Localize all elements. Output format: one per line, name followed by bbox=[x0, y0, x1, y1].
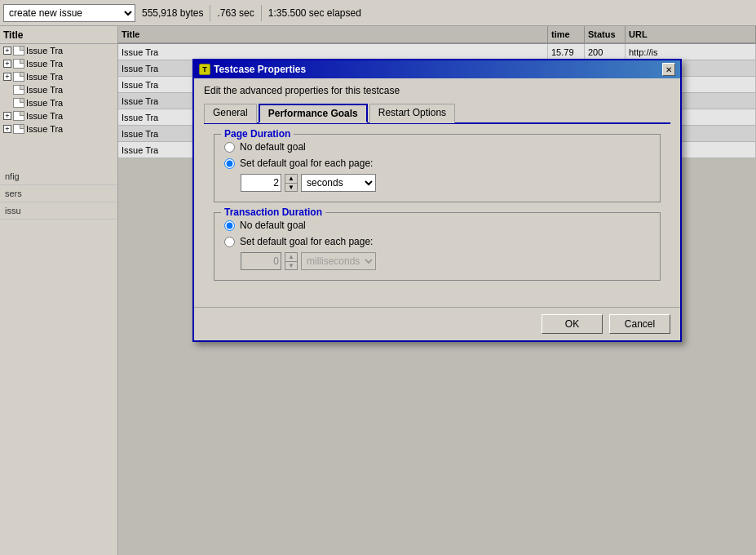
page-duration-no-default-radio[interactable] bbox=[224, 142, 235, 153]
toolbar-separator-2 bbox=[261, 5, 262, 21]
sidebar-header: Title bbox=[0, 26, 117, 44]
main-layout: Title + Issue Tra + Issue Tra + Issue Tr… bbox=[0, 26, 756, 555]
dialog-close-button[interactable]: ✕ bbox=[662, 63, 675, 76]
transaction-duration-set-default-radio[interactable] bbox=[224, 237, 235, 247]
dialog-title-text: Testcase Properties bbox=[214, 64, 306, 75]
modal-overlay: T Testcase Properties ✕ Edit the advance… bbox=[118, 26, 756, 555]
page-duration-set-default-row: Set default goal for each page: bbox=[224, 158, 650, 169]
file-icon bbox=[13, 72, 24, 82]
file-icon bbox=[13, 46, 24, 56]
page-duration-value-input[interactable] bbox=[241, 174, 281, 192]
expand-icon[interactable]: + bbox=[3, 73, 11, 81]
dialog-footer: OK Cancel bbox=[194, 307, 680, 340]
transaction-duration-no-default-label[interactable]: No default goal bbox=[240, 220, 306, 231]
list-item[interactable]: Issue Tra bbox=[0, 83, 117, 96]
sidebar-item-label: Issue Tra bbox=[26, 72, 63, 82]
list-item[interactable]: + Issue Tra bbox=[0, 44, 117, 57]
tab-content-performance-goals: Page Duration No default goal Set defaul… bbox=[204, 124, 670, 300]
tab-general[interactable]: General bbox=[204, 104, 257, 123]
page-duration-set-default-label[interactable]: Set default goal for each page: bbox=[240, 158, 373, 169]
nav-item-issu[interactable]: issu bbox=[0, 202, 117, 220]
toolbar: create new issue 555,918 bytes .763 sec … bbox=[0, 0, 756, 26]
sidebar: Title + Issue Tra + Issue Tra + Issue Tr… bbox=[0, 26, 118, 555]
expand-icon[interactable]: + bbox=[3, 47, 11, 55]
bytes-display: 555,918 bytes bbox=[142, 7, 203, 19]
expand-icon[interactable]: + bbox=[3, 125, 11, 133]
dialog-title-icon: T bbox=[199, 64, 210, 75]
expand-icon[interactable]: + bbox=[3, 112, 11, 120]
sidebar-item-label: Issue Tra bbox=[26, 85, 63, 95]
sec-display: .763 sec bbox=[217, 7, 254, 19]
list-item[interactable]: Issue Tra bbox=[0, 96, 117, 109]
page-duration-unit-select[interactable]: seconds milliseconds bbox=[301, 174, 376, 192]
transaction-duration-value-input bbox=[241, 252, 281, 270]
file-icon bbox=[13, 59, 24, 69]
dialog-subtitle: Edit the advanced properties for this te… bbox=[204, 85, 670, 96]
nav-item-sers[interactable]: sers bbox=[0, 185, 117, 202]
create-issue-combo[interactable]: create new issue bbox=[3, 4, 135, 22]
file-icon bbox=[13, 111, 24, 121]
page-duration-group: Page Duration No default goal Set defaul… bbox=[214, 134, 661, 202]
page-duration-decrement-button[interactable]: ▼ bbox=[285, 183, 298, 192]
page-duration-title: Page Duration bbox=[221, 128, 294, 140]
create-issue-select[interactable]: create new issue bbox=[4, 5, 135, 21]
transaction-duration-increment-button: ▲ bbox=[285, 252, 298, 261]
nav-item-nfig[interactable]: nfig bbox=[0, 168, 117, 185]
transaction-duration-set-default-row: Set default goal for each page: bbox=[224, 236, 650, 247]
transaction-duration-group: Transaction Duration No default goal Set… bbox=[214, 212, 661, 281]
page-duration-no-default-label[interactable]: No default goal bbox=[240, 141, 306, 153]
dialog-body: Edit the advanced properties for this te… bbox=[194, 78, 680, 307]
transaction-duration-set-default-label[interactable]: Set default goal for each page: bbox=[240, 236, 373, 247]
toolbar-separator-1 bbox=[210, 5, 210, 21]
page-duration-no-default-row: No default goal bbox=[224, 141, 650, 153]
expand-icon[interactable]: + bbox=[3, 60, 11, 68]
file-icon bbox=[13, 98, 24, 108]
list-item[interactable]: + Issue Tra bbox=[0, 57, 117, 70]
list-item[interactable]: + Issue Tra bbox=[0, 109, 117, 122]
page-duration-spinner-buttons: ▲ ▼ bbox=[285, 174, 298, 192]
list-item[interactable]: + Issue Tra bbox=[0, 70, 117, 83]
transaction-duration-spinner-buttons: ▲ ▼ bbox=[285, 252, 298, 270]
tab-bar: General Performance Goals Restart Option… bbox=[204, 103, 670, 124]
transaction-duration-no-default-row: No default goal bbox=[224, 220, 650, 231]
sidebar-item-label: Issue Tra bbox=[26, 124, 63, 134]
page-duration-spinner-group: ▲ ▼ seconds milliseconds bbox=[241, 174, 650, 192]
tab-performance-goals[interactable]: Performance Goals bbox=[259, 104, 368, 123]
page-duration-set-default-radio[interactable] bbox=[224, 158, 235, 169]
file-icon bbox=[13, 124, 24, 134]
content-area: Title time Status URL Issue Tra 15.79 20… bbox=[118, 26, 756, 555]
transaction-duration-no-default-radio[interactable] bbox=[224, 220, 235, 231]
list-item[interactable]: + Issue Tra bbox=[0, 122, 117, 135]
sidebar-item-label: Issue Tra bbox=[26, 59, 63, 69]
transaction-duration-decrement-button: ▼ bbox=[285, 261, 298, 270]
tab-restart-options[interactable]: Restart Options bbox=[369, 104, 455, 123]
file-icon bbox=[13, 85, 24, 95]
testcase-properties-dialog: T Testcase Properties ✕ Edit the advance… bbox=[192, 59, 682, 342]
transaction-duration-spinner-group: ▲ ▼ milliseconds seconds bbox=[241, 252, 650, 270]
dialog-titlebar: T Testcase Properties ✕ bbox=[194, 60, 680, 78]
sidebar-item-label: Issue Tra bbox=[26, 46, 63, 56]
transaction-duration-unit-select: milliseconds seconds bbox=[301, 252, 376, 270]
dialog-title-area: T Testcase Properties bbox=[199, 64, 306, 75]
sidebar-item-label: Issue Tra bbox=[26, 111, 63, 121]
elapsed-display: 1:35.500 sec elapsed bbox=[268, 7, 361, 19]
page-duration-increment-button[interactable]: ▲ bbox=[285, 174, 298, 183]
cancel-button[interactable]: Cancel bbox=[609, 314, 670, 334]
ok-button[interactable]: OK bbox=[542, 314, 603, 334]
transaction-duration-title: Transaction Duration bbox=[221, 206, 325, 218]
sidebar-item-label: Issue Tra bbox=[26, 98, 63, 108]
